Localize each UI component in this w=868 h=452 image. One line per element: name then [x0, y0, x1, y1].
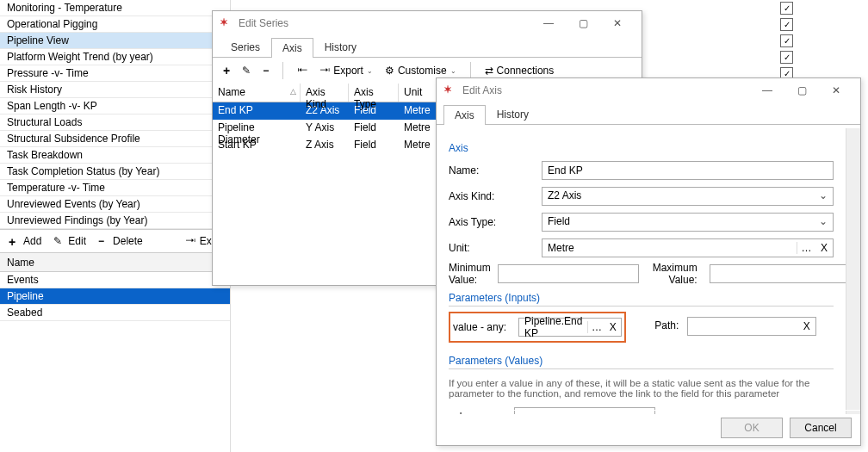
sidebar-item[interactable]: Risk History	[0, 82, 230, 98]
grid-cell: Z Axis	[301, 137, 349, 154]
minimize-button[interactable]: —	[531, 12, 566, 34]
tab-axis[interactable]: Axis	[443, 105, 486, 125]
path-picker[interactable]: X	[687, 317, 816, 336]
value-any-picker[interactable]: Pipeline.End KP … X	[518, 318, 622, 337]
help-text: If you enter a value in any of these, it…	[449, 375, 834, 406]
col-unit[interactable]: Unit	[399, 84, 440, 102]
tab-history[interactable]: History	[486, 104, 540, 124]
row-checkbox[interactable]: ✓	[780, 18, 793, 31]
chevron-down-icon: ⌄	[367, 67, 373, 75]
checkbox-column: ✓✓✓✓✓	[780, 2, 796, 84]
series-item[interactable]: Events	[0, 272, 230, 288]
row-checkbox[interactable]: ✓	[780, 34, 793, 47]
customise-label: Customise	[398, 65, 447, 77]
sidebar-item[interactable]: Operational Pigging	[0, 16, 230, 33]
edit-series-title: Edit Series	[239, 17, 531, 29]
add-label: Add	[23, 235, 41, 247]
sidebar-item[interactable]: Unreviewed Events (by Year)	[0, 196, 230, 213]
edit-button[interactable]: Edit	[50, 232, 90, 251]
grid-cell: Field	[349, 137, 399, 154]
lower-header: Name	[0, 253, 230, 272]
edit-axis-title: Edit Axis	[462, 84, 750, 96]
close-button[interactable]: ✕	[600, 12, 635, 34]
sidebar-item[interactable]: Task Breakdown	[0, 147, 230, 164]
series-item[interactable]: Seabed	[0, 305, 230, 321]
sidebar-toolbar: Add Edit Delete Expor	[0, 229, 230, 253]
unit-picker[interactable]: Metre … X	[542, 238, 834, 257]
plus-icon	[9, 235, 21, 247]
edit-series-titlebar[interactable]: ✶ Edit Series — ▢ ✕	[213, 11, 642, 35]
col-name[interactable]: Name△	[213, 84, 301, 102]
max-input[interactable]	[710, 264, 846, 283]
sidebar-item[interactable]: Monitoring - Temperature	[0, 0, 230, 16]
edit-label: Edit	[68, 235, 86, 247]
import-icon	[297, 65, 307, 77]
tab-axis[interactable]: Axis	[271, 38, 313, 58]
ellipsis-button[interactable]: …	[797, 242, 815, 254]
kind-select[interactable]: Z2 Axis	[542, 187, 834, 206]
grid-cell: Pipeline Diameter	[213, 120, 301, 137]
grid-cell: Metre	[399, 137, 440, 154]
share-icon	[485, 65, 493, 77]
type-label: Axis Type:	[449, 216, 535, 228]
type-select[interactable]: Field	[542, 213, 834, 232]
connections-label: Connections	[497, 65, 555, 77]
gear-icon	[385, 65, 394, 77]
grid-add-button[interactable]	[220, 60, 233, 81]
col-type[interactable]: Axis Type	[349, 84, 399, 102]
clear-button[interactable]: X	[605, 321, 621, 333]
grid-cell: Metre	[399, 120, 440, 137]
min-input[interactable]	[498, 264, 639, 283]
export-label: Export	[333, 65, 363, 77]
clear-button[interactable]: X	[815, 242, 833, 254]
clear-button[interactable]: X	[798, 320, 815, 332]
grid-edit-button[interactable]	[239, 60, 254, 81]
grid-delete-button[interactable]	[259, 60, 272, 81]
sidebar-item[interactable]: Pressure -v- Time	[0, 65, 230, 82]
sidebar-item[interactable]: Platform Weight Trend (by year)	[0, 49, 230, 65]
minus-icon	[98, 235, 110, 247]
add-button[interactable]: Add	[5, 232, 45, 251]
grid-cell: Y Axis	[301, 120, 349, 137]
pencil-icon	[53, 235, 65, 247]
tab-history[interactable]: History	[313, 37, 368, 57]
path-label: Path:	[654, 319, 679, 331]
row-checkbox[interactable]: ✓	[780, 51, 793, 64]
value-any-value: Pipeline.End KP	[519, 313, 587, 341]
maximize-button[interactable]: ▢	[566, 12, 600, 34]
sidebar-item[interactable]: Structural Loads	[0, 115, 230, 131]
ok-button[interactable]: OK	[721, 418, 783, 438]
sidebar-item[interactable]: Pipeline View	[0, 33, 230, 49]
grid-import-button[interactable]	[294, 60, 311, 81]
name-input[interactable]	[542, 161, 834, 180]
sidebar-item[interactable]: Span Length -v- KP	[0, 98, 230, 115]
edit-axis-titlebar[interactable]: ✶ Edit Axis — ▢ ✕	[437, 78, 860, 102]
sidebar-item[interactable]: Temperature -v- Time	[0, 180, 230, 196]
minimize-button[interactable]: —	[750, 79, 784, 102]
cancel-button[interactable]: Cancel	[790, 418, 852, 438]
grid-export-button[interactable]: Export ⌄	[316, 60, 376, 81]
ellipsis-button[interactable]: …	[587, 321, 604, 333]
row-checkbox[interactable]: ✓	[780, 2, 793, 15]
minus-icon	[263, 65, 269, 77]
close-button[interactable]: ✕	[819, 79, 853, 102]
series-item[interactable]: Pipeline	[0, 288, 230, 305]
edit-axis-dialog: ✶ Edit Axis — ▢ ✕ AxisHistory Axis Name:…	[436, 77, 861, 446]
sidebar-item[interactable]: Task Completion Status (by Year)	[0, 164, 230, 180]
vertical-scrollbar[interactable]	[846, 128, 860, 414]
pencil-icon	[242, 65, 251, 77]
axis-section: Axis	[449, 142, 834, 154]
grid-cell: Metre	[399, 102, 440, 120]
delete-label: Delete	[113, 235, 143, 247]
unit-value: Metre	[542, 240, 797, 256]
sidebar-item[interactable]: Unreviewed Findings (by Year)	[0, 213, 230, 229]
sidebar-item[interactable]: Structural Subsidence Profile	[0, 131, 230, 147]
col-kind[interactable]: Axis Kind	[301, 84, 349, 102]
maximize-button[interactable]: ▢	[784, 79, 819, 102]
sort-asc-icon: △	[290, 87, 296, 96]
unit-label: Unit:	[449, 242, 535, 254]
tab-series[interactable]: Series	[220, 37, 271, 57]
params-inputs-section: Parameters (Inputs)	[449, 292, 834, 306]
delete-button[interactable]: Delete	[95, 232, 146, 251]
kind-label: Axis Kind:	[449, 190, 535, 202]
